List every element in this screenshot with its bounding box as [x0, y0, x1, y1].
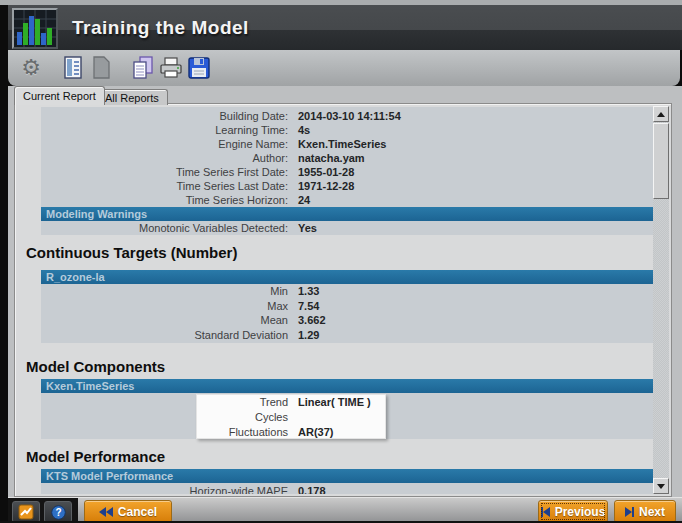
report-panel: Building Date:2014-03-10 14:11:54 Learni…: [14, 103, 672, 497]
previous-button[interactable]: Previous: [538, 500, 608, 523]
model-info-rows: Building Date:2014-03-10 14:11:54 Learni…: [41, 109, 653, 207]
info-row: Building Date:2014-03-10 14:11:54: [41, 109, 653, 123]
section-header-modeling-warnings: Modeling Warnings: [41, 207, 653, 221]
modeling-warnings-rows: Monotonic Variables Detected:Yes: [41, 221, 653, 235]
copy-icon[interactable]: [130, 54, 156, 82]
save-icon[interactable]: [186, 54, 212, 82]
section-header-kts-model-performance: KTS Model Performance: [41, 469, 653, 483]
toolbar: ⚙: [8, 50, 680, 86]
document-icon[interactable]: [88, 54, 114, 82]
scroll-down-button[interactable]: [653, 478, 669, 494]
double-left-arrow-icon: [99, 507, 113, 517]
scrollbar-thumb[interactable]: [653, 123, 669, 199]
component-row: TrendLinear( TIME ): [41, 394, 653, 409]
stat-row: Max7.54: [41, 299, 653, 314]
component-row: Cycles: [41, 409, 653, 424]
heading-continuous-targets: Continuous Targets (Number): [26, 244, 237, 261]
stat-row: Standard Deviation1.29: [41, 328, 653, 343]
section-header-r-ozone-la: R_ozone-la: [41, 270, 653, 284]
model-components-rows: TrendLinear( TIME ) Cycles FluctuationsA…: [41, 394, 653, 439]
next-button[interactable]: Next: [614, 500, 676, 523]
chart-shortcut-button[interactable]: [12, 501, 40, 523]
scroll-up-button[interactable]: [653, 106, 669, 122]
right-arrow-icon: [625, 507, 634, 517]
chart-line-icon: [18, 504, 34, 520]
model-performance-rows: Horizon-wide MAPE0.178: [41, 484, 653, 494]
info-row: Time Series First Date:1955-01-28: [41, 165, 653, 179]
print-icon[interactable]: [158, 54, 184, 82]
footer-bar: ? Cancel Previous Next: [8, 497, 682, 523]
vertical-scrollbar[interactable]: [653, 106, 669, 494]
arrow-up-icon: [657, 112, 665, 117]
tab-current-report[interactable]: Current Report: [14, 86, 105, 105]
left-arrow-icon: [541, 507, 550, 517]
section-header-kxen-timeseries: Kxen.TimeSeries: [41, 379, 653, 393]
warning-row: Monotonic Variables Detected:Yes: [41, 221, 653, 235]
info-row: Time Series Last Date:1971-12-28: [41, 179, 653, 193]
info-row: Learning Time:4s: [41, 123, 653, 137]
stat-row: Min1.33: [41, 284, 653, 299]
page-title: Training the Model: [72, 17, 249, 39]
component-row: FluctuationsAR(37): [41, 424, 653, 439]
tab-all-reports[interactable]: All Reports: [96, 89, 168, 105]
arrow-down-icon: [657, 484, 665, 489]
question-mark-icon: ?: [51, 505, 66, 520]
cancel-button[interactable]: Cancel: [84, 500, 172, 523]
bar-chart-icon: [12, 8, 58, 49]
info-row: Author:natacha.yam: [41, 151, 653, 165]
heading-model-components: Model Components: [26, 358, 165, 375]
stat-row: Mean3.662: [41, 313, 653, 328]
app-window: Training the Model ⚙: [8, 5, 682, 523]
performance-row: Horizon-wide MAPE0.178: [41, 484, 653, 494]
info-row: Engine Name:Kxen.TimeSeries: [41, 137, 653, 151]
svg-text:?: ?: [55, 507, 61, 518]
report-viewport: Building Date:2014-03-10 14:11:54 Learni…: [17, 106, 655, 494]
info-row: Time Series Horizon:24: [41, 193, 653, 207]
continuous-targets-rows: Min1.33 Max7.54 Mean3.662 Standard Devia…: [41, 284, 653, 342]
settings-gear-icon[interactable]: ⚙: [18, 54, 44, 82]
heading-model-performance: Model Performance: [26, 448, 165, 465]
report-icon[interactable]: [60, 54, 86, 82]
help-button[interactable]: ?: [44, 501, 72, 523]
titlebar: Training the Model: [8, 5, 682, 50]
